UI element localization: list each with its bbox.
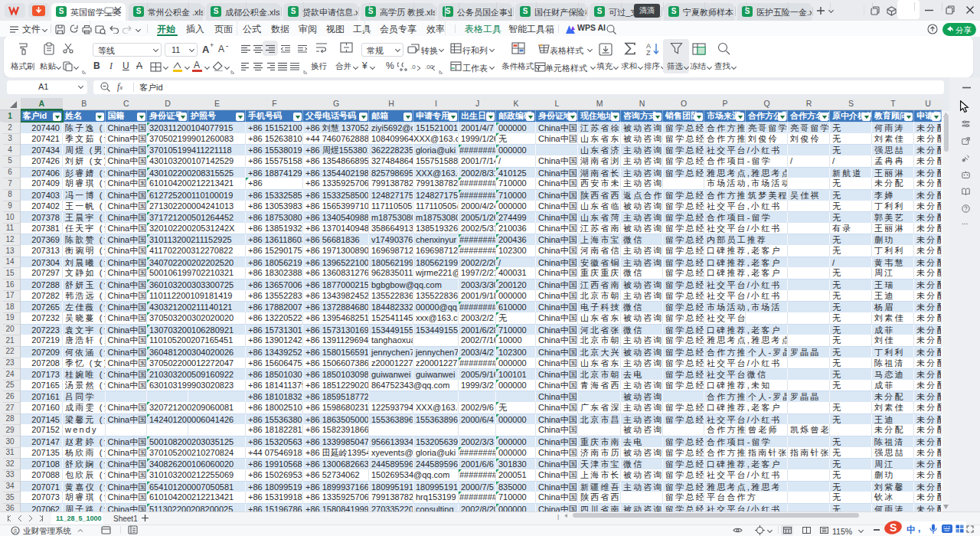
- svg-text:.00: .00: [425, 64, 434, 70]
- svg-text:.0: .0: [410, 64, 416, 70]
- svg-text:Z: Z: [646, 49, 651, 55]
- svg-text:久: 久: [13, 528, 18, 534]
- svg-text:S: S: [890, 521, 897, 534]
